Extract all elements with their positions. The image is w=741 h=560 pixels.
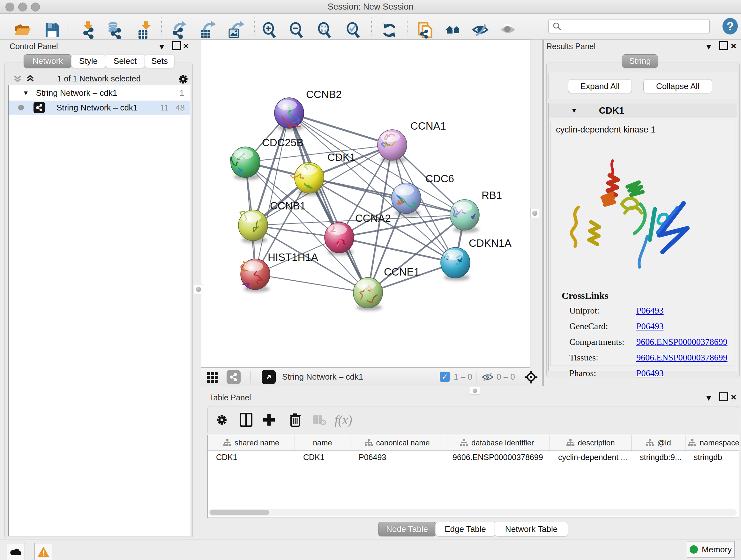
control-panel-float-icon[interactable] [172,41,181,50]
grid-view-icon[interactable] [207,371,218,383]
table-panel-menu-icon[interactable]: ▼ [704,393,713,403]
crosslink-value-link[interactable]: P06493 [636,306,664,316]
table-hscrollbar[interactable] [208,509,737,516]
column-header-description[interactable]: description [550,435,631,450]
show-all-button[interactable] [499,21,517,40]
import-network-from-database-button[interactable] [105,21,123,40]
table-gear-icon[interactable] [215,413,229,427]
import-network-from-file-button[interactable] [77,21,95,40]
edge-CCNA2-CDKN1A[interactable] [339,238,455,263]
network-selection-status: 1 of 1 Network selected [8,74,190,83]
collection-count: 1 [180,88,184,98]
column-header-namespace[interactable]: namespace [685,435,739,450]
new-network-from-selection-button[interactable] [416,21,434,40]
tab-network[interactable]: Network [23,54,72,68]
tree-expander-icon[interactable]: ▼ [23,89,29,97]
open-session-button[interactable] [13,21,31,40]
network-canvas[interactable]: CCNB2 CCNA1 CDC25B CDK1 CDC6 R [201,40,530,368]
right-splitter-handle[interactable] [530,208,539,219]
hide-selected-button[interactable] [471,21,489,40]
save-session-button[interactable] [43,21,61,40]
node-HIST1H1A[interactable]: HIST1H1A [241,251,318,292]
eye-gray-icon [499,21,517,39]
control-panel-menu-icon[interactable]: ▼ [158,42,166,52]
hierarchy-icon [223,439,231,447]
protein-structure-image [562,156,692,274]
node-CCNE1[interactable]: CCNE1 [353,266,420,311]
protein-header-row[interactable]: ▼ CDK1 [549,103,737,118]
import-table-icon [135,21,152,39]
table-row[interactable]: CDK1CDK1P064939606.ENSP00000378699cyclin… [208,451,739,463]
tab-edge-table[interactable]: Edge Table [435,522,495,537]
search-box[interactable] [548,19,710,34]
results-panel-menu-icon[interactable]: ▼ [704,42,713,52]
horizontal-splitter-handle[interactable] [470,387,480,395]
network-collection-row[interactable]: ▼ String Network – cdk1 1 [9,85,190,101]
crosslink-value-link[interactable]: P06493 [636,321,664,331]
first-neighbors-button[interactable] [444,21,462,40]
birds-eye-view-icon[interactable] [524,370,538,384]
apply-layout-button[interactable] [381,21,398,40]
share-network-icon[interactable] [226,370,241,384]
tab-select[interactable]: Select [105,54,145,68]
hidden-eye-icon[interactable] [481,372,494,382]
crosslink-value-link[interactable]: 9606.ENSP00000378699 [636,353,727,363]
crosslink-label: Tissues: [569,353,636,363]
column-header-shared-name[interactable]: shared name [208,435,295,450]
crosslink-value-link[interactable]: 9606.ENSP00000378699 [636,337,727,347]
delete-column-icon[interactable] [289,413,301,427]
import-database-icon [105,21,123,39]
zoom-in-button[interactable] [261,21,279,40]
column-header--id[interactable]: @id [631,435,685,450]
export-table-icon [198,21,216,39]
node-CDKN1A[interactable]: CDKN1A [441,237,512,281]
selected-checkbox-icon[interactable]: ✓ [440,372,450,382]
control-panel-close-icon[interactable]: × [183,41,189,51]
zoom-fit-button[interactable] [316,21,334,40]
hscroll-thumb[interactable] [210,510,269,515]
node-CCNB2[interactable]: CCNB2 [274,88,342,131]
table-panel-close-icon[interactable]: × [731,392,737,402]
collapse-section-icon[interactable]: ▼ [571,107,577,114]
cloud-button[interactable] [7,543,25,560]
string-app-icon [33,102,45,113]
tab-node-table[interactable]: Node Table [378,522,436,537]
titlebar: Session: New Session [0,0,741,14]
table-cell: stringdb [685,451,739,463]
gear-icon[interactable] [177,73,190,85]
column-header-name[interactable]: name [295,435,350,450]
zoom-selected-button[interactable] [345,21,362,40]
crosslink-value-link[interactable]: P06493 [636,368,664,378]
expand-all-button[interactable]: Expand All [568,79,632,93]
help-button[interactable]: ? [723,18,738,35]
export-table-button[interactable] [198,21,216,40]
network-row-selected[interactable]: String Network – cdk1 11 48 [9,101,190,115]
warning-icon [37,546,50,557]
results-panel-close-icon[interactable]: × [731,41,737,51]
memory-button[interactable]: Memory [687,541,735,558]
tab-string[interactable]: String [622,54,658,68]
left-splitter-handle[interactable] [194,284,203,294]
tab-network-table[interactable]: Network Table [495,522,568,537]
open-in-window-icon[interactable] [262,370,276,384]
column-header-canonical-name[interactable]: canonical name [350,435,444,450]
import-table-from-file-button[interactable] [135,21,152,40]
columns-icon[interactable] [240,413,253,427]
zoom-out-button[interactable] [288,21,306,40]
search-input[interactable] [564,22,710,31]
warning-button[interactable] [35,543,52,560]
tab-sets[interactable]: Sets [145,54,175,68]
table-panel-float-icon[interactable] [719,392,728,401]
export-image-button[interactable] [226,21,245,40]
collapse-all-button[interactable]: Collapse All [643,79,712,93]
column-header-database-identifier[interactable]: database identifier [444,435,550,450]
node-RB1[interactable]: RB1 [450,189,502,233]
results-panel-float-icon[interactable] [719,41,728,50]
edge-CCNB2-CCNA1[interactable] [289,113,392,145]
tab-style[interactable]: Style [71,54,106,68]
node-label-CCNB1: CCNB1 [270,200,306,212]
window-title: Session: New Session [0,2,741,12]
export-network-button[interactable] [169,21,187,40]
add-column-icon[interactable] [262,413,276,427]
node-CCNA1[interactable]: CCNA1 [378,120,446,163]
